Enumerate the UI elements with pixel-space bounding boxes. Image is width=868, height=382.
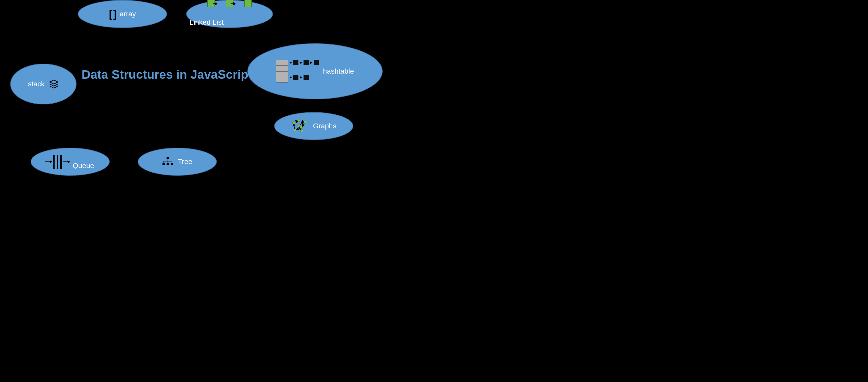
svg-point-9 <box>298 119 300 122</box>
svg-rect-21 <box>162 163 165 165</box>
svg-rect-23 <box>170 163 173 165</box>
queue-icon <box>45 155 70 169</box>
hashtable-icon <box>276 60 319 82</box>
svg-rect-22 <box>166 163 169 165</box>
svg-rect-20 <box>166 157 169 159</box>
svg-point-14 <box>301 130 303 132</box>
svg-point-8 <box>292 122 295 124</box>
node-stack: stack <box>10 64 76 104</box>
svg-point-11 <box>300 126 303 129</box>
svg-line-1 <box>293 124 295 129</box>
svg-marker-0 <box>50 80 58 84</box>
array-icon: [ ] <box>109 8 116 20</box>
node-array-label: array <box>120 10 136 18</box>
svg-point-12 <box>298 124 300 127</box>
node-graphs-label: Graphs <box>313 122 336 130</box>
node-linked-list: Linked List <box>186 0 273 28</box>
node-stack-label: stack <box>28 80 44 88</box>
svg-point-13 <box>294 129 297 131</box>
node-hashtable: hashtable <box>247 43 382 99</box>
node-tree: Tree <box>138 148 217 176</box>
tree-icon <box>162 157 174 167</box>
node-tree-label: Tree <box>178 158 192 166</box>
node-queue: Queue <box>31 148 110 176</box>
svg-point-10 <box>304 121 306 123</box>
diagram-title: Data Structures in JavaScript <box>82 68 252 81</box>
linked-list-icon <box>207 0 252 7</box>
graph-icon <box>291 119 309 133</box>
node-array: [ ] array <box>78 0 167 28</box>
node-queue-label: Queue <box>73 162 94 170</box>
node-graphs: Graphs <box>274 112 353 140</box>
node-linked-list-label: Linked List <box>189 18 224 27</box>
stack-icon <box>49 79 59 89</box>
node-hashtable-label: hashtable <box>323 67 354 75</box>
